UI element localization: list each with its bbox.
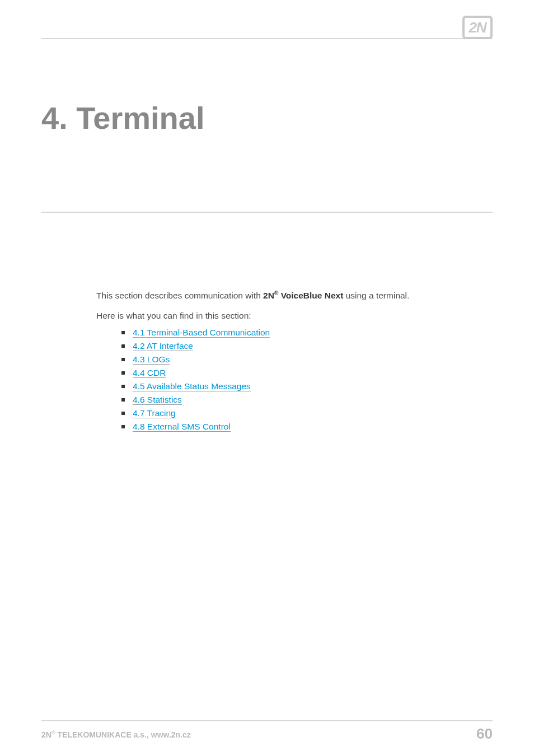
brand-logo: 2N bbox=[462, 16, 493, 39]
page-number: 60 bbox=[476, 725, 493, 743]
intro-text-prefix: This section describes communication wit… bbox=[96, 291, 263, 300]
link-external-sms-control[interactable]: 4.8 External SMS Control bbox=[133, 422, 231, 432]
list-item: 4.4 CDR bbox=[119, 366, 486, 380]
title-rule bbox=[41, 212, 493, 213]
section-list: 4.1 Terminal-Based Communication 4.2 AT … bbox=[119, 326, 486, 433]
link-logs[interactable]: 4.3 LOGs bbox=[133, 354, 170, 365]
header-rule bbox=[41, 38, 493, 39]
list-item: 4.2 AT Interface bbox=[119, 339, 486, 353]
link-available-status-messages[interactable]: 4.5 Available Status Messages bbox=[133, 381, 251, 391]
brand-logo-text: 2N bbox=[469, 19, 486, 36]
list-item: 4.6 Statistics bbox=[119, 393, 486, 407]
footer-rule bbox=[41, 720, 493, 721]
link-statistics[interactable]: 4.6 Statistics bbox=[133, 395, 182, 405]
link-tracing[interactable]: 4.7 Tracing bbox=[133, 408, 176, 418]
chapter-title: 4. Terminal bbox=[41, 100, 205, 136]
product-name: 2N® VoiceBlue Next bbox=[263, 291, 343, 300]
list-item: 4.7 Tracing bbox=[119, 407, 486, 420]
link-cdr[interactable]: 4.4 CDR bbox=[133, 368, 166, 378]
intro-paragraph: This section describes communication wit… bbox=[96, 289, 486, 302]
intro-text-suffix: using a terminal. bbox=[343, 291, 409, 300]
link-at-interface[interactable]: 4.2 AT Interface bbox=[133, 341, 193, 351]
list-item: 4.3 LOGs bbox=[119, 353, 486, 366]
list-item: 4.5 Available Status Messages bbox=[119, 380, 486, 393]
footer-left: 2N® TELEKOMUNIKACE a.s., www.2n.cz bbox=[41, 730, 191, 739]
sub-intro: Here is what you can find in this sectio… bbox=[96, 309, 486, 323]
list-item: 4.8 External SMS Control bbox=[119, 420, 486, 433]
link-terminal-based-communication[interactable]: 4.1 Terminal-Based Communication bbox=[133, 328, 270, 338]
list-item: 4.1 Terminal-Based Communication bbox=[119, 326, 486, 339]
